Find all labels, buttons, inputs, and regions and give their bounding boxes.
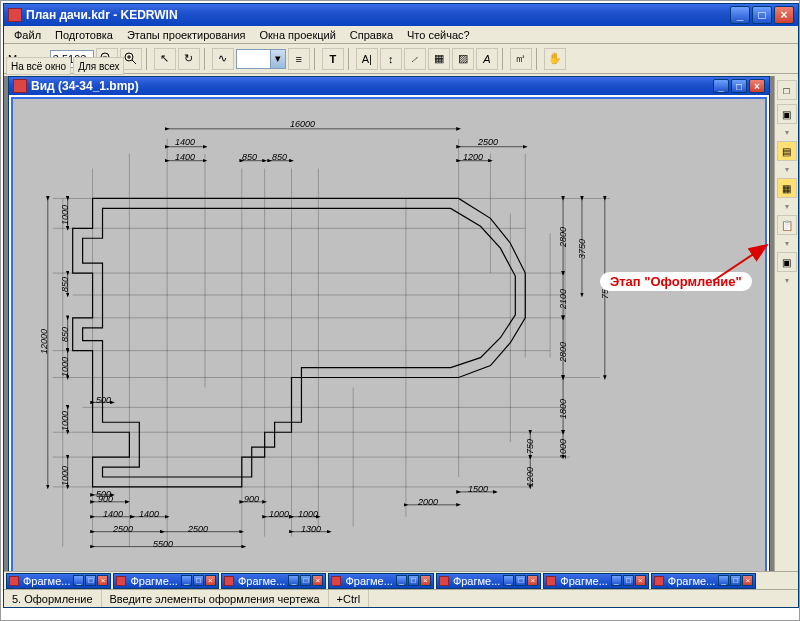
line-style-dropdown[interactable]: ▾: [236, 49, 286, 69]
tab-item[interactable]: Фрагме..._□×: [436, 573, 541, 589]
dim-label: 1400: [175, 152, 195, 162]
window-title: План дачи.kdr - KEDRWIN: [26, 8, 730, 22]
dim-label: 850: [242, 152, 257, 162]
dim-label: 2500: [478, 137, 498, 147]
layers-button[interactable]: ≡: [288, 48, 310, 70]
tab-item[interactable]: Фрагме..._□×: [651, 573, 756, 589]
tab-item[interactable]: Фрагме..._□×: [6, 573, 111, 589]
dim-label: 1000: [60, 205, 70, 225]
text-button[interactable]: T: [322, 48, 344, 70]
dim-label: 500: [96, 395, 111, 405]
mdi-minimize-button[interactable]: _: [713, 79, 729, 93]
menu-whatsnew[interactable]: Что сейчас?: [401, 28, 476, 41]
menu-stages[interactable]: Этапы проектирования: [121, 28, 252, 41]
menu-prepare[interactable]: Подготовка: [49, 28, 119, 41]
hatch-button[interactable]: ▦: [428, 48, 450, 70]
font-button[interactable]: A: [476, 48, 498, 70]
dim-label: 2800: [558, 342, 568, 362]
dim-label: 750: [525, 439, 535, 454]
side-toolbar: □ ▣ ▾ ▤ ▾ ▦ ▾ 📋 ▾ ▣ ▾: [774, 76, 798, 571]
stage-1-button[interactable]: □: [777, 80, 797, 100]
minimize-button[interactable]: _: [730, 6, 750, 24]
stage-6-button[interactable]: ▣: [777, 252, 797, 272]
stage-3-button[interactable]: ▤: [777, 141, 797, 161]
for-all-button[interactable]: Для всех: [73, 57, 124, 75]
dim-label: 16000: [290, 119, 315, 129]
dim-label: 5500: [153, 539, 173, 549]
hand-button[interactable]: ✋: [544, 48, 566, 70]
dim-label: 1800: [558, 399, 568, 419]
pointer-button[interactable]: ↖: [154, 48, 176, 70]
dim-label: 2800: [558, 227, 568, 247]
dim-label: 2100: [558, 289, 568, 309]
dim-label: 1300: [301, 524, 321, 534]
dim-label: 1000: [60, 411, 70, 431]
refresh-button[interactable]: ↻: [178, 48, 200, 70]
tab-item[interactable]: Фрагме..._□×: [113, 573, 218, 589]
fit-window-button[interactable]: На всё окно: [6, 57, 71, 75]
dim-label: 2000: [418, 497, 438, 507]
dim-label: 2500: [188, 524, 208, 534]
dim-label: 1000: [60, 466, 70, 486]
workspace: Вид (34-34_1.bmp) _ □ ×: [4, 76, 774, 571]
curve-button[interactable]: ∿: [212, 48, 234, 70]
svg-line-4: [132, 60, 136, 64]
svg-line-72: [713, 245, 767, 281]
maximize-button[interactable]: □: [752, 6, 772, 24]
menu-help[interactable]: Справка: [344, 28, 399, 41]
mdi-child-window: Вид (34-34_1.bmp) _ □ ×: [8, 76, 770, 571]
menu-file[interactable]: Файл: [8, 28, 47, 41]
dim-label: 850: [60, 327, 70, 342]
dim-label: 1200: [525, 467, 535, 487]
window-tabs: Фрагме..._□× Фрагме..._□× Фрагме..._□× Ф…: [4, 571, 798, 589]
tab-item[interactable]: Фрагме..._□×: [328, 573, 433, 589]
dim-h-button[interactable]: A|: [356, 48, 378, 70]
stage-decoration-button[interactable]: 📋: [777, 215, 797, 235]
dim-label: 12000: [39, 329, 49, 354]
area-button[interactable]: ㎡: [510, 48, 532, 70]
drawing-canvas[interactable]: 16000 1400 2500 1400 850 850 1200 12000 …: [11, 97, 767, 571]
stage-2-button[interactable]: ▣: [777, 104, 797, 124]
mdi-title: Вид (34-34_1.bmp): [31, 79, 713, 93]
dim-label: 500: [96, 489, 111, 499]
mdi-maximize-button[interactable]: □: [731, 79, 747, 93]
dim-label: 1400: [103, 509, 123, 519]
dim-v-button[interactable]: ↕: [380, 48, 402, 70]
dim-label: 1000: [60, 357, 70, 377]
dim-label: 850: [60, 277, 70, 292]
dim-label: 1200: [463, 152, 483, 162]
dim-label: 3750: [577, 239, 587, 259]
close-button[interactable]: ×: [774, 6, 794, 24]
menu-projections[interactable]: Окна проекций: [254, 28, 342, 41]
stage-4-button[interactable]: ▦: [777, 178, 797, 198]
dim-label: 1000: [298, 509, 318, 519]
tab-item[interactable]: Фрагме..._□×: [543, 573, 648, 589]
dim-label: 850: [272, 152, 287, 162]
dim-label: 1400: [139, 509, 159, 519]
status-stage: 5. Оформление: [4, 590, 102, 607]
dim-label: 1000: [269, 509, 289, 519]
status-key: +Ctrl: [329, 590, 370, 607]
tab-item[interactable]: Фрагме..._□×: [221, 573, 326, 589]
main-titlebar: План дачи.kdr - KEDRWIN _ □ ×: [4, 4, 798, 26]
dim-label: 1400: [175, 137, 195, 147]
app-icon: [8, 8, 22, 22]
status-hint: Введите элементы оформления чертежа: [102, 590, 329, 607]
statusbar: 5. Оформление Введите элементы оформлени…: [4, 589, 798, 607]
dim-label: 1000: [558, 439, 568, 459]
mdi-close-button[interactable]: ×: [749, 79, 765, 93]
dim-a-button[interactable]: ⟋: [404, 48, 426, 70]
grid-button[interactable]: ▨: [452, 48, 474, 70]
dim-label: 900: [244, 494, 259, 504]
dim-label: 1500: [468, 484, 488, 494]
main-window: План дачи.kdr - KEDRWIN _ □ × Файл Подго…: [3, 3, 799, 608]
menubar: Файл Подготовка Этапы проектирования Окн…: [4, 26, 798, 44]
mdi-titlebar: Вид (34-34_1.bmp) _ □ ×: [9, 77, 769, 95]
doc-icon: [13, 79, 27, 93]
dim-label: 2500: [113, 524, 133, 534]
annotation-arrow: [711, 239, 771, 289]
